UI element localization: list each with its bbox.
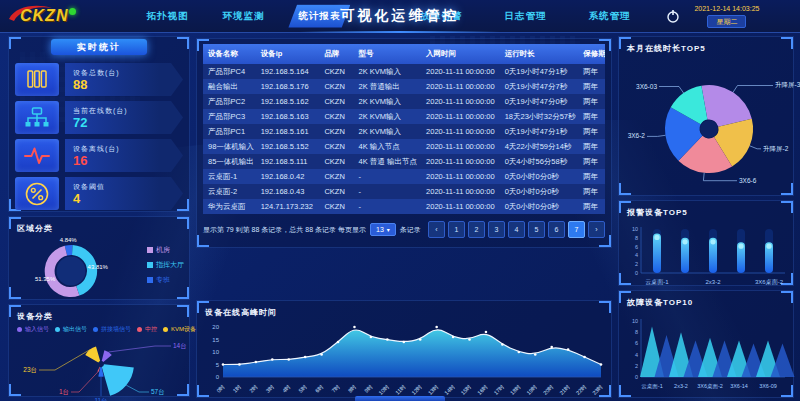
pagination-info: 显示第 79 到第 88 条记录，总共 88 条记录 每页显示: [203, 225, 366, 235]
table-cell: CKZN: [319, 124, 353, 139]
table-cell: 2020-11-11 00:00:00: [421, 94, 500, 109]
table-cell: 2020-11-11 00:00:00: [421, 169, 500, 184]
legend-item-中控[interactable]: 中控: [137, 325, 157, 334]
table-cell: -: [354, 199, 421, 214]
table-row[interactable]: 云桌面-1192.168.0.42CKZN-2020-11-11 00:00:0…: [203, 169, 605, 184]
pager-page-2[interactable]: 2: [468, 221, 485, 238]
table-cell: 2020-11-11 00:00:00: [421, 124, 500, 139]
rose-slice-输出信号[interactable]: [102, 364, 134, 395]
pager-prev[interactable]: ‹: [428, 221, 445, 238]
donut-center: [57, 257, 86, 286]
legend-item-输出信号[interactable]: 输出信号: [55, 325, 87, 334]
legend-item-指挥大厅[interactable]: 指挥大厅: [147, 260, 184, 270]
tab-1[interactable]: 环境监测: [212, 5, 274, 28]
x-tick: 23时: [591, 383, 604, 396]
nav-item-1[interactable]: 日志管理: [494, 5, 556, 28]
pager-page-6[interactable]: 6: [548, 221, 565, 238]
table-row[interactable]: 产品部PC3192.168.5.163CKZN2K KVM输入2020-11-1…: [203, 109, 605, 124]
table-cell: 产品部PC1: [203, 124, 256, 139]
x-tick: 2时: [248, 383, 259, 394]
rose-leader-line: [71, 372, 98, 392]
legend-item-专班[interactable]: 专班: [147, 275, 184, 285]
panel-realtime-stats: 实时统计 设备总数(台)88当前在线数(台)72设备离线(台)16设备阈值4: [8, 36, 190, 212]
table-cell: 2K 普通输出: [354, 79, 421, 94]
bar-cap-dot: [738, 244, 743, 249]
pager-page-4[interactable]: 4: [508, 221, 525, 238]
table-row[interactable]: 融合输出192.168.5.176CKZN2K 普通输出2020-11-11 0…: [203, 79, 605, 94]
y-tick: 0: [216, 374, 220, 380]
fault-top10-title: 故障设备TOP10: [627, 297, 785, 308]
x-tick: 10时: [378, 383, 391, 396]
table-cell: CKZN: [319, 79, 353, 94]
legend-item-输入信号[interactable]: 输入信号: [17, 325, 49, 334]
pie-label: 3X6-6: [739, 177, 757, 184]
area-fill: [223, 330, 601, 377]
table-row[interactable]: 产品部PC4192.168.5.164CKZN2K KVM输入2020-11-1…: [203, 64, 605, 79]
percent-icon: [15, 177, 59, 210]
table-cell: 0天19小时47分1秒: [500, 124, 579, 139]
stat-item: 设备阈值4: [15, 177, 183, 210]
rose-label: 1台: [59, 388, 69, 396]
area-point: [452, 336, 455, 339]
table-cell: 192.168.5.176: [256, 79, 320, 94]
table-cell: 2020-11-11 00:00:00: [421, 184, 500, 199]
pager: ‹1234567›: [428, 221, 605, 238]
tab-0[interactable]: 拓扑视图: [136, 5, 198, 28]
pager-page-5[interactable]: 5: [528, 221, 545, 238]
column-header-6: 保修期限: [578, 44, 605, 64]
legend-item-拼接墙信号[interactable]: 拼接墙信号: [93, 325, 131, 334]
rose-slice-KVM设备[interactable]: [85, 347, 100, 363]
column-header-0: 设备名称: [203, 44, 256, 64]
logo: CKZN: [8, 7, 76, 25]
table-cell: 产品部PC2: [203, 94, 256, 109]
x-tick: 16时: [476, 383, 489, 396]
table-cell: 4K 输入节点: [354, 139, 421, 154]
logo-text: CKZN: [20, 7, 68, 25]
table-cell: 两年: [578, 124, 605, 139]
pager-next[interactable]: ›: [588, 221, 605, 238]
server-icon: [15, 63, 59, 96]
rose-leader-line: [109, 346, 172, 352]
table-cell: 2K KVM输入: [354, 64, 421, 79]
x-tick: 15时: [460, 383, 473, 396]
x-tick: 13时: [427, 383, 440, 396]
triangle-label: 3X6-14: [730, 383, 748, 389]
table-cell: 0天19小时47分7秒: [500, 79, 579, 94]
pager-page-7[interactable]: 7: [568, 221, 585, 238]
page-size-select[interactable]: 13 ▾: [370, 223, 396, 236]
power-button[interactable]: [666, 9, 680, 23]
area-point: [485, 331, 488, 334]
table-row[interactable]: 产品部PC1192.168.5.161CKZN2K KVM输入2020-11-1…: [203, 124, 605, 139]
x-tick: 22时: [575, 383, 588, 396]
pager-page-1[interactable]: 1: [448, 221, 465, 238]
region-panel-title: 区域分类: [17, 223, 181, 234]
y-tick: 8: [635, 235, 638, 241]
table-cell: CKZN: [319, 169, 353, 184]
nav-item-2[interactable]: 系统管理: [578, 5, 640, 28]
table-cell: CKZN: [319, 139, 353, 154]
bar-cap-dot: [710, 239, 715, 244]
rose-leader-line: [126, 385, 149, 392]
caret-down-icon: ▾: [387, 226, 390, 233]
table-cell: 18天23小时32分57秒: [500, 109, 579, 124]
table-row[interactable]: 云桌面-2192.168.0.43CKZN-2020-11-11 00:00:0…: [203, 184, 605, 199]
panel-device-table: 设备名称设备ip品牌型号入网时间运行时长保修期限 产品部PC4192.168.5…: [196, 38, 612, 248]
table-row[interactable]: 华为云桌面124.71.173.232CKZN-2020-11-11 00:00…: [203, 199, 605, 214]
table-row[interactable]: 98一体机输入192.168.5.152CKZN4K 输入节点2020-11-1…: [203, 139, 605, 154]
x-tick: 7时: [330, 383, 341, 394]
bar-cap-dot: [682, 239, 687, 244]
table-header-row: 设备名称设备ip品牌型号入网时间运行时长保修期限: [203, 44, 605, 64]
area-point: [402, 341, 405, 344]
area-point: [337, 341, 340, 344]
table-row[interactable]: 产品部PC2192.168.5.162CKZN2K KVM输入2020-11-1…: [203, 94, 605, 109]
y-tick: 10: [632, 226, 638, 232]
stat-band: 设备离线(台)16: [65, 139, 183, 172]
online-peak-title: 设备在线高峰时间: [205, 307, 603, 318]
table-cell: 2K KVM输入: [354, 124, 421, 139]
pager-page-3[interactable]: 3: [488, 221, 505, 238]
legend-item-KVM设备[interactable]: KVM设备: [163, 325, 196, 334]
pulse-icon: [15, 139, 59, 172]
legend-item-机房[interactable]: 机房: [147, 245, 184, 255]
table-row[interactable]: 85一体机输出192.168.5.111CKZN4K 普通 输出节点2020-1…: [203, 154, 605, 169]
rose-leader-line: [39, 350, 90, 370]
